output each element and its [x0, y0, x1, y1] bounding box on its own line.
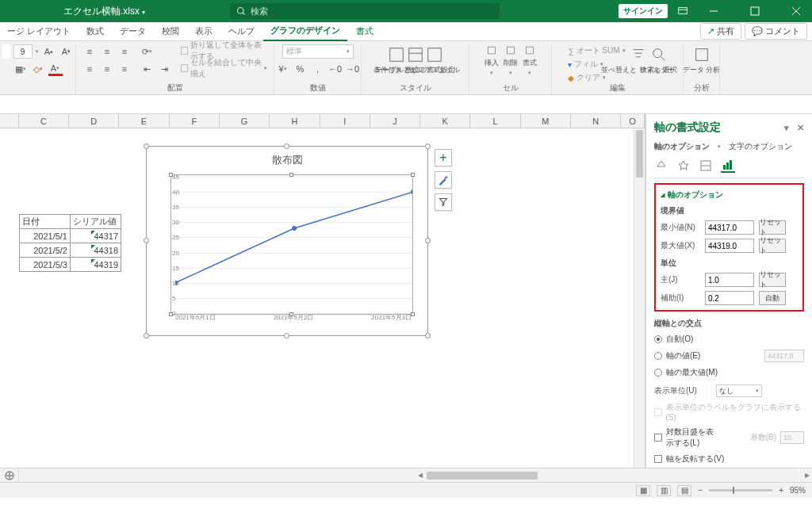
zoom-in-button[interactable]: +: [779, 486, 783, 495]
maximize-button[interactable]: [739, 0, 771, 22]
svg-rect-5: [751, 7, 759, 15]
border-icon[interactable]: ▦▾: [13, 62, 28, 76]
tab-review[interactable]: 校閲: [155, 22, 186, 41]
filename: エクセル横軸.xlsx▾: [0, 5, 158, 18]
chart-filter-button[interactable]: [435, 193, 452, 211]
close-button[interactable]: [780, 0, 812, 22]
pane-menu-icon[interactable]: ▾: [784, 123, 789, 133]
analyze-button[interactable]: データ 分析: [694, 44, 710, 76]
svg-point-15: [653, 48, 661, 57]
ribbon-tabs: ージ レイアウト 数式 データ 校閲 表示 ヘルプ グラフのデザイン 書式 ↗共…: [0, 22, 812, 41]
delete-button[interactable]: 削除▾: [503, 44, 519, 76]
display-unit-label-check: 表示単位のラベルをグラフに表示する(S): [654, 402, 804, 422]
cell-style-button[interactable]: セルの スタイル: [427, 44, 442, 76]
svg-rect-17: [695, 48, 707, 60]
tab-format[interactable]: 書式: [349, 22, 381, 41]
page-layout-button[interactable]: ▥: [657, 485, 671, 496]
reset-major-button[interactable]: リセット: [759, 273, 786, 287]
fill-line-icon[interactable]: [654, 159, 668, 173]
cross-auto-radio[interactable]: 自動(O): [654, 334, 804, 345]
svg-rect-12: [488, 47, 495, 54]
zoom-out-button[interactable]: −: [698, 486, 703, 495]
number-format-select[interactable]: 標準▾: [282, 44, 354, 59]
chart-elements-button[interactable]: +: [435, 149, 452, 166]
axis-max-input[interactable]: [705, 239, 754, 253]
tab-chartdesign[interactable]: グラフのデザイン: [263, 22, 347, 41]
chart-title[interactable]: 散布図: [147, 147, 427, 167]
svg-line-16: [661, 56, 665, 60]
add-sheet-button[interactable]: [0, 468, 19, 483]
grow-font-icon[interactable]: A▴: [42, 44, 56, 59]
pane-close-icon[interactable]: ✕: [797, 123, 804, 133]
svg-point-0: [238, 8, 244, 14]
data-table: 日付シリアル値 2021/5/144317 2021/5/244318 2021…: [19, 214, 121, 272]
svg-rect-27: [730, 160, 732, 170]
formula-bar[interactable]: [0, 95, 812, 114]
tab-view[interactable]: 表示: [188, 22, 220, 41]
cross-max-radio[interactable]: 軸の最大値(M): [654, 367, 804, 378]
axis-selection[interactable]: [170, 174, 413, 315]
tab-formula[interactable]: 数式: [79, 22, 111, 41]
svg-marker-22: [679, 161, 688, 170]
font-color-icon[interactable]: A▾: [48, 62, 63, 76]
comment-button[interactable]: 💬コメント: [745, 23, 807, 40]
svg-line-1: [243, 13, 244, 14]
cross-value-radio[interactable]: 軸の値(E)44317.0: [654, 350, 804, 362]
format-button[interactable]: 書式▾: [522, 44, 538, 76]
zoom-level[interactable]: 95%: [790, 486, 806, 495]
size-props-icon[interactable]: [699, 159, 713, 173]
signin-button[interactable]: サインイン: [619, 4, 668, 18]
fill-color-icon[interactable]: ◇▾: [31, 62, 45, 76]
ribbon-display-icon[interactable]: [677, 6, 688, 17]
axis-min-input[interactable]: [705, 220, 754, 235]
svg-rect-13: [507, 47, 514, 54]
col-header[interactable]: C: [19, 114, 69, 128]
major-unit-input[interactable]: [705, 273, 754, 287]
merge-cells[interactable]: セルを結合して中央揃え▾: [181, 62, 267, 75]
page-break-button[interactable]: ▤: [677, 485, 691, 496]
tab-data[interactable]: データ: [113, 22, 153, 41]
autosum-button[interactable]: ∑オート SUM▾: [568, 44, 625, 57]
axis-options-icon[interactable]: [721, 159, 735, 173]
normal-view-button[interactable]: ▦: [636, 485, 650, 496]
minor-unit-input[interactable]: [705, 291, 754, 305]
svg-rect-9: [408, 48, 422, 61]
shrink-font-icon[interactable]: A▾: [59, 44, 74, 59]
chart-object[interactable]: 散布図 051015202530354045 2021年5月1日2021年5月2…: [146, 146, 428, 336]
wrap-text[interactable]: 折り返して全体を表示する: [181, 44, 267, 57]
text-options-tab[interactable]: 文字のオプション: [729, 141, 792, 152]
svg-rect-14: [526, 47, 533, 54]
effects-icon[interactable]: [676, 159, 691, 173]
horizontal-scrollbar[interactable]: ◀▶: [416, 470, 812, 481]
minimize-button[interactable]: [698, 0, 730, 22]
fontsize-input[interactable]: 9: [13, 44, 33, 59]
vertical-scrollbar[interactable]: [634, 128, 645, 468]
reset-max-button[interactable]: リセット: [759, 239, 786, 253]
log-scale-check[interactable]: 対数目盛を表 示する(L)基数(B)10: [654, 426, 804, 449]
reset-min-button[interactable]: リセット: [759, 220, 786, 235]
svg-rect-2: [679, 8, 688, 14]
reverse-axis-check[interactable]: 軸を反転する(V): [654, 453, 804, 465]
axis-options-highlighted: 軸のオプション 境界値 最小値(N)リセット 最大値(X)リセット 単位 主(J…: [654, 183, 804, 312]
sheet-tabs-row: ◀▶: [0, 468, 812, 482]
share-button[interactable]: ↗共有: [700, 23, 741, 40]
search-icon: [236, 6, 246, 16]
axis-options-tab[interactable]: 軸のオプション: [654, 141, 710, 152]
zoom-slider[interactable]: [709, 489, 772, 491]
svg-rect-8: [389, 48, 403, 61]
search-box[interactable]: 検索: [230, 3, 500, 19]
tab-help[interactable]: ヘルプ: [221, 22, 262, 41]
resize-handle[interactable]: [144, 143, 149, 149]
worksheet-grid[interactable]: C D E F G H I J K L M N O 日付シリアル値 2021/5…: [0, 114, 645, 468]
status-bar: ▦ ▥ ▤ − + 95%: [0, 482, 812, 498]
svg-rect-25: [723, 165, 726, 170]
auto-minor-button[interactable]: 自動: [759, 291, 786, 305]
group-alignment: 配置: [167, 82, 183, 94]
svg-rect-11: [427, 48, 441, 61]
svg-rect-26: [726, 162, 729, 170]
insert-button[interactable]: 挿入▾: [484, 44, 500, 76]
find-select-button[interactable]: 検索と 選択: [651, 44, 667, 76]
tab-pagelayout[interactable]: ージ レイアウト: [0, 22, 78, 41]
display-unit-select[interactable]: なし▾: [716, 384, 762, 397]
chart-styles-button[interactable]: [435, 171, 452, 189]
